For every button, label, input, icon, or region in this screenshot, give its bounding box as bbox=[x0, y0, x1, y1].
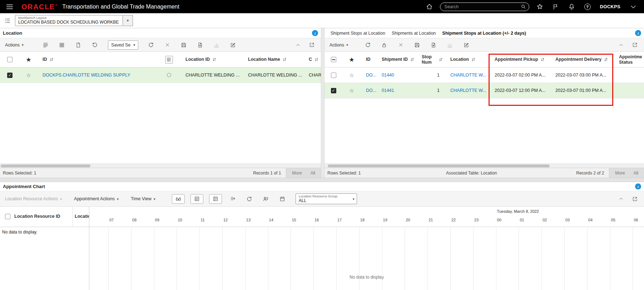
location-info-icon[interactable]: i bbox=[312, 30, 318, 36]
workbench-layouts-icon[interactable] bbox=[4, 18, 11, 24]
location-resource-group-combobox[interactable]: Location Resource Group ALL ▾ bbox=[296, 193, 357, 204]
stop-id-link[interactable]: DO... bbox=[366, 88, 376, 93]
user-menu[interactable]: DOCKPS bbox=[598, 4, 623, 9]
flag-icon[interactable] bbox=[550, 4, 561, 10]
hamburger-menu-icon[interactable] bbox=[4, 3, 16, 11]
open-in-new-window-icon[interactable] bbox=[630, 40, 639, 50]
tab-shipment-stops-at-location[interactable]: Shipment Stops at Location bbox=[327, 31, 388, 36]
tab-shipment-stops-2-days[interactable]: Shipment Stops at Location (+/- 2 days) bbox=[439, 31, 529, 36]
horizontal-splitter[interactable] bbox=[0, 178, 644, 182]
workbench-layout-dropdown-button[interactable]: ▾ bbox=[123, 15, 133, 26]
gantt-hour-label: 11 bbox=[200, 218, 204, 222]
sort-icon[interactable] bbox=[49, 57, 54, 62]
sort-icon[interactable] bbox=[540, 57, 545, 62]
home-icon[interactable] bbox=[424, 3, 435, 10]
favorite-column-icon[interactable]: ★ bbox=[349, 57, 354, 62]
global-search-input[interactable] bbox=[445, 4, 521, 9]
grid-view-icon[interactable] bbox=[56, 40, 67, 50]
scrollbar-thumb[interactable] bbox=[1, 164, 90, 167]
details-column-icon[interactable] bbox=[165, 56, 173, 64]
help-icon[interactable]: ? bbox=[582, 4, 593, 10]
calendar-icon[interactable] bbox=[277, 194, 288, 204]
user-menu-chevron-icon[interactable] bbox=[628, 3, 639, 10]
appointment-actions-dropdown[interactable]: Appointment Actions ▾ bbox=[73, 196, 120, 201]
open-in-new-window-icon[interactable] bbox=[307, 40, 316, 50]
export-icon[interactable] bbox=[428, 40, 439, 50]
gantt-select-all-checkbox[interactable] bbox=[5, 214, 10, 219]
refresh-icon[interactable] bbox=[145, 40, 156, 50]
table-settings-icon[interactable] bbox=[40, 40, 51, 50]
stop-table-row[interactable]: ☆ DO... 01440 1 CHARLOTTE W... 2022-03-0… bbox=[325, 68, 644, 83]
row-checkbox[interactable] bbox=[331, 73, 336, 78]
reload-icon[interactable] bbox=[89, 40, 100, 50]
favorite-star-icon[interactable]: ☆ bbox=[349, 88, 354, 93]
edit-icon[interactable] bbox=[228, 40, 238, 50]
favorite-star-icon[interactable]: ☆ bbox=[26, 73, 31, 78]
sort-icon[interactable] bbox=[212, 57, 217, 62]
gantt-gridline bbox=[359, 227, 360, 290]
sort-icon[interactable] bbox=[410, 57, 415, 62]
location-actions-dropdown[interactable]: Actions ▾ bbox=[4, 43, 25, 48]
vertical-splitter[interactable] bbox=[321, 28, 325, 178]
search-icon[interactable] bbox=[521, 4, 526, 9]
favorite-star-icon[interactable]: ☆ bbox=[349, 73, 354, 78]
collapse-panel-icon[interactable] bbox=[617, 40, 625, 50]
row-checkbox[interactable]: ✓ bbox=[331, 88, 336, 93]
shipment-id-link[interactable]: 01440 bbox=[382, 73, 394, 78]
find-icon[interactable] bbox=[172, 194, 185, 204]
resources-icon[interactable] bbox=[261, 194, 271, 204]
collapse-panel-icon[interactable] bbox=[617, 194, 625, 204]
gantt-hour-label: 17 bbox=[337, 218, 342, 222]
workbench-layout-combobox[interactable]: Workbench Layout LOCATION BASED DOCK SCH… bbox=[15, 15, 123, 26]
form-view-icon[interactable] bbox=[190, 194, 203, 204]
stops-actions-dropdown[interactable]: Actions ▾ bbox=[328, 43, 350, 48]
location-panel-title: Location bbox=[3, 30, 22, 36]
stop-table-row[interactable]: ✓ ☆ DO... 01441 1 CHARLOTTE W... 2022-03… bbox=[325, 83, 644, 98]
location-link[interactable]: CHARLOTTE W... bbox=[450, 73, 486, 78]
clear-search-icon[interactable] bbox=[395, 40, 406, 50]
list-view-icon[interactable] bbox=[209, 194, 222, 204]
edit-icon[interactable] bbox=[461, 40, 472, 50]
save-icon[interactable] bbox=[178, 40, 189, 50]
more-button[interactable]: More bbox=[292, 171, 302, 176]
sort-icon[interactable] bbox=[604, 57, 608, 62]
time-view-dropdown[interactable]: Time View ▾ bbox=[129, 196, 157, 201]
favorite-column-icon[interactable]: ★ bbox=[26, 57, 31, 62]
favorites-star-icon[interactable] bbox=[534, 3, 545, 10]
save-icon[interactable] bbox=[412, 40, 422, 50]
sort-icon[interactable] bbox=[282, 57, 287, 62]
scrollbar-thumb[interactable] bbox=[328, 164, 550, 167]
shipment-id-link[interactable]: 01441 bbox=[382, 88, 394, 93]
notifications-bell-icon[interactable] bbox=[566, 3, 577, 10]
clear-search-icon[interactable] bbox=[162, 40, 173, 50]
location-table-row[interactable]: ✓ ☆ DOCKPS.CHARLOTTE WELDING SUPPLY CHAR… bbox=[0, 68, 321, 83]
refresh-icon[interactable] bbox=[362, 40, 373, 50]
tab-shipments-at-location[interactable]: Shipments at Location bbox=[388, 31, 439, 36]
select-all-checkbox[interactable] bbox=[7, 57, 13, 62]
legend-icon[interactable] bbox=[228, 194, 238, 204]
appointment-chart-info-icon[interactable]: i bbox=[635, 183, 641, 190]
radio-button[interactable] bbox=[166, 72, 172, 78]
lock-icon[interactable] bbox=[379, 40, 390, 50]
collapse-panel-icon[interactable] bbox=[294, 40, 302, 50]
export-icon[interactable] bbox=[195, 40, 205, 50]
stop-id-link[interactable]: DO... bbox=[366, 73, 376, 78]
open-in-new-window-icon[interactable] bbox=[630, 194, 639, 204]
chart-icon[interactable] bbox=[211, 40, 222, 50]
more-button[interactable]: More bbox=[615, 171, 625, 176]
location-link[interactable]: CHARLOTTE W... bbox=[450, 88, 486, 93]
sort-icon[interactable] bbox=[471, 57, 476, 62]
document-icon[interactable] bbox=[73, 40, 84, 50]
all-button[interactable]: All bbox=[634, 171, 638, 176]
all-button[interactable]: All bbox=[311, 171, 315, 176]
location-resource-actions-dropdown[interactable]: Location Resource Actions ▾ bbox=[4, 196, 63, 201]
row-checkbox[interactable]: ✓ bbox=[7, 73, 13, 78]
stops-info-icon[interactable]: i bbox=[635, 30, 641, 36]
saved-search-dropdown[interactable]: Saved Se ▾ bbox=[108, 40, 138, 50]
location-id-link[interactable]: DOCKPS.CHARLOTTE WELDING SUPPLY bbox=[43, 73, 130, 78]
chart-icon[interactable] bbox=[445, 40, 455, 50]
refresh-icon[interactable] bbox=[244, 194, 255, 204]
sort-icon[interactable] bbox=[314, 57, 319, 62]
select-all-checkbox[interactable] bbox=[331, 57, 336, 62]
sort-icon[interactable] bbox=[439, 57, 443, 62]
